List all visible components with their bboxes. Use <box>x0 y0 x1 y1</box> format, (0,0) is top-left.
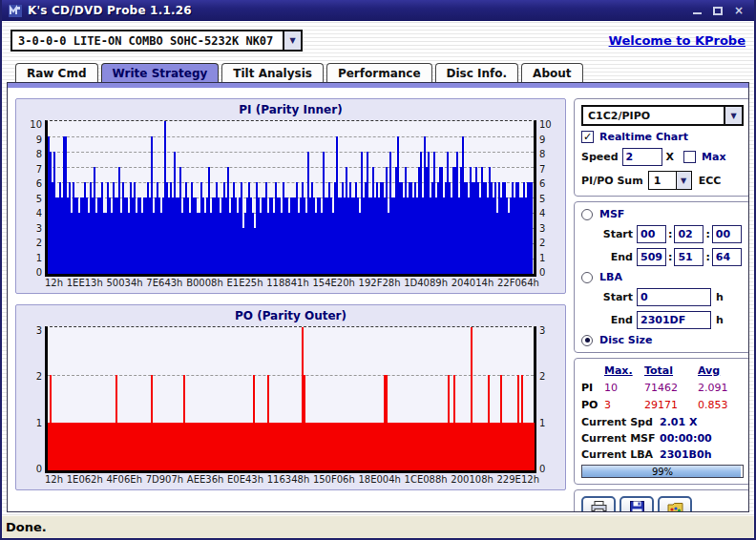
msf-start-label: Start <box>600 228 633 240</box>
scan-controls-box: C1C2/PIPO ▼ ✓ Realtime Chart Speed X Max <box>574 98 749 197</box>
tab-raw-cmd[interactable]: Raw Cmd <box>15 63 98 82</box>
y-axis-right: 3210 <box>536 326 557 473</box>
current-spd-label: Current Spd <box>581 416 660 428</box>
tab-disc-info[interactable]: Disc Info. <box>435 63 519 82</box>
chart-title: PO (Parity Outer) <box>24 309 557 326</box>
drive-select-value: 3-0-0-0 LITE-ON COMBO SOHC-5232K NK07 <box>12 31 283 50</box>
charts-column: PI (Parity Inner)10987654321010987654321… <box>15 98 566 512</box>
stats-po-avg: 0.853 <box>698 399 744 411</box>
drive-select-arrow-icon[interactable]: ▼ <box>283 31 301 50</box>
max-speed-label: Max <box>702 151 725 163</box>
title-bar: K's CD/DVD Probe 1.1.26 × <box>2 0 754 21</box>
realtime-chart-label: Realtime Chart <box>599 131 688 143</box>
msf-end-frame-input[interactable] <box>712 248 742 266</box>
stats-po-label: PO <box>581 399 604 411</box>
stats-header-max: Max. <box>604 364 644 377</box>
tab-page: PI (Parity Inner)10987654321010987654321… <box>7 82 749 512</box>
chart-title: PI (Parity Inner) <box>24 103 557 120</box>
speed-input[interactable] <box>622 148 662 166</box>
app-icon <box>9 5 22 17</box>
tab-about[interactable]: About <box>521 63 582 82</box>
lba-start-label: Start <box>600 291 633 303</box>
status-text: Done. <box>6 520 47 534</box>
po-chart-panel: PO (Parity Outer)3210321012h1E062h4F06Eh… <box>15 304 566 490</box>
print-icon <box>591 501 607 512</box>
pipo-sum-select[interactable]: 1 ▼ <box>648 171 692 190</box>
lba-end-unit: h <box>716 314 724 326</box>
mode-select[interactable]: C1C2/PIPO ▼ <box>581 105 744 126</box>
stats-pi-max: 10 <box>604 382 644 394</box>
stats-header-total: Total <box>644 364 698 377</box>
tab-write-strategy[interactable]: Write Strategy <box>101 63 220 82</box>
tab-bar: Raw Cmd Write Strategy Tilt Analysis Per… <box>2 60 754 82</box>
mode-select-value: C1C2/PIPO <box>583 107 724 124</box>
msf-start-min-input[interactable] <box>637 225 666 243</box>
side-panel: C1C2/PIPO ▼ ✓ Realtime Chart Speed X Max <box>574 98 749 512</box>
lba-start-unit: h <box>716 291 724 303</box>
speed-unit: X <box>666 151 674 163</box>
stats-box: Max. Total Avg PI 10 71462 2.091 PO 3 29… <box>574 358 749 485</box>
msf-end-min-input[interactable] <box>637 248 666 266</box>
status-bar: Done. <box>2 515 754 538</box>
lba-label: LBA <box>599 271 622 283</box>
progress-label: 99% <box>582 466 743 477</box>
close-icon[interactable]: × <box>734 7 744 15</box>
msf-label: MSF <box>599 208 624 220</box>
disc-size-radio[interactable] <box>581 335 593 346</box>
msf-start-frame-input[interactable] <box>712 225 742 243</box>
lba-end-label: End <box>600 314 633 326</box>
msf-radio[interactable] <box>581 209 593 220</box>
chart-bars <box>48 327 534 470</box>
lba-radio[interactable] <box>581 272 593 283</box>
welcome-link[interactable]: Welcome to KProbe <box>609 33 746 48</box>
current-msf-label: Current MSF <box>581 432 660 445</box>
progress-bar: 99% <box>581 465 744 478</box>
save-icon <box>630 501 644 512</box>
current-lba-label: Current LBA <box>581 448 660 461</box>
pipo-sum-arrow-icon[interactable]: ▼ <box>676 172 691 189</box>
window-title: K's CD/DVD Probe 1.1.26 <box>28 4 693 17</box>
snapshot-icon <box>667 502 683 513</box>
app-window: K's CD/DVD Probe 1.1.26 × 3-0-0-0 LITE-O… <box>0 0 756 540</box>
speed-label: Speed <box>581 151 619 163</box>
x-axis-labels: 12h1E062h4F06Eh7D907hAEE36hE0E43h116348h… <box>45 474 539 487</box>
msf-start-sec-input[interactable] <box>674 225 704 243</box>
stats-header-avg: Avg <box>698 364 744 377</box>
pipo-sum-value: 1 <box>649 172 676 189</box>
mode-select-arrow-icon[interactable]: ▼ <box>724 107 742 124</box>
snapshot-button[interactable] <box>658 496 692 512</box>
current-msf-value: 00:00:00 <box>660 432 712 445</box>
disc-size-label: Disc Size <box>599 334 652 346</box>
maximize-icon[interactable] <box>713 7 723 15</box>
print-button[interactable] <box>581 496 616 512</box>
msf-end-sec-input[interactable] <box>674 248 704 266</box>
toolbar: 3-0-0-0 LITE-ON COMBO SOHC-5232K NK07 ▼ … <box>2 21 754 60</box>
stats-pi-avg: 2.091 <box>698 382 744 394</box>
current-lba-value: 2301B0h <box>660 448 711 461</box>
minimize-icon[interactable] <box>693 7 702 14</box>
drive-select[interactable]: 3-0-0-0 LITE-ON COMBO SOHC-5232K NK07 ▼ <box>10 30 303 52</box>
lba-start-input[interactable] <box>637 288 711 306</box>
y-axis-left: 109876543210 <box>24 120 45 277</box>
pipo-sum-label: PI/PO Sum <box>581 175 643 187</box>
lba-end-input[interactable] <box>637 311 711 329</box>
tab-performance[interactable]: Performance <box>326 63 432 82</box>
stats-pi-total: 71462 <box>644 382 698 394</box>
pipo-sum-unit: ECC <box>699 175 722 187</box>
pi-chart-panel: PI (Parity Inner)10987654321010987654321… <box>15 98 566 294</box>
chart-bars <box>48 121 534 274</box>
chart-plot-area <box>45 326 536 473</box>
stats-pi-label: PI <box>581 382 604 394</box>
stats-po-max: 3 <box>604 399 644 411</box>
actions-box: Stop Start <box>574 489 749 512</box>
max-speed-checkbox[interactable] <box>683 151 696 163</box>
y-axis-left: 3210 <box>24 326 45 473</box>
current-spd-value: 2.01 X <box>660 416 697 428</box>
stats-po-total: 29171 <box>644 399 698 411</box>
save-button[interactable] <box>620 496 654 512</box>
y-axis-right: 109876543210 <box>536 120 557 277</box>
msf-end-label: End <box>600 251 633 263</box>
chart-plot-area <box>45 120 536 277</box>
tab-tilt-analysis[interactable]: Tilt Analysis <box>221 63 324 82</box>
realtime-chart-checkbox[interactable]: ✓ <box>581 131 594 143</box>
